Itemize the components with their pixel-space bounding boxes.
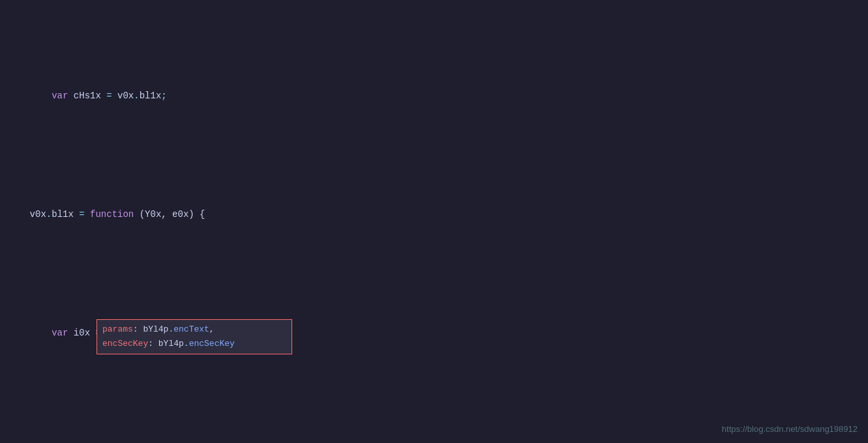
autocomplete-line-1: params: bYl4p.encText, [102, 322, 286, 337]
watermark: https://blog.csdn.net/sdwang198912 [722, 424, 858, 434]
autocomplete-popup: params: bYl4p.encText, encSecKey: bYl4p.… [97, 319, 292, 354]
code-editor: var cHs1x = v0x.bl1x; v0x.bl1x = functio… [0, 0, 868, 443]
code-line-2: v0x.bl1x = function (Y0x, e0x) { [0, 189, 868, 240]
code-line-1: var cHs1x = v0x.bl1x; [0, 70, 868, 121]
autocomplete-line-2: encSecKey: bYl4p.encSecKey [102, 337, 286, 351]
